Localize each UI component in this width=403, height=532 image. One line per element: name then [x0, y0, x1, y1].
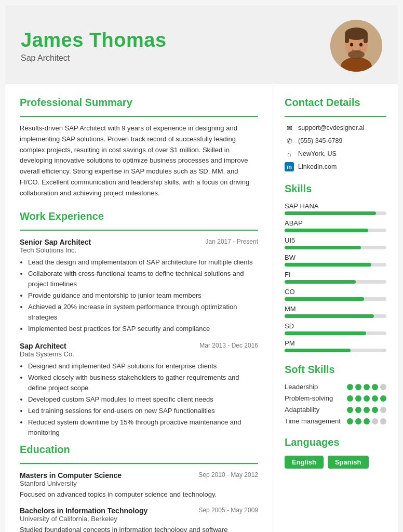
avatar [330, 20, 382, 72]
contact-item: in LinkedIn.com [285, 162, 386, 171]
skill-dot [364, 407, 370, 413]
skill-bar-bg [285, 229, 386, 232]
skill-item: BW [285, 254, 386, 267]
work-experience-heading: Work Experience [20, 210, 258, 224]
edu-date: Sep 2010 - May 2012 [198, 471, 258, 478]
job-bullets: Lead the design and implementation of SA… [28, 257, 258, 335]
edu-date: Sep 2005 - May 2009 [198, 507, 258, 514]
edu-header: Masters in Computer Science Sep 2010 - M… [20, 471, 258, 480]
job-bullet: Worked closely with business stakeholder… [28, 373, 258, 393]
job-bullet: Lead the design and implementation of SA… [28, 257, 258, 268]
skill-item: CO [285, 288, 386, 301]
job-company: Tech Solutions Inc. [20, 246, 258, 254]
education-section: Education Masters in Computer Science Se… [20, 444, 258, 532]
job-bullet: Achieved a 20% increase in system perfor… [28, 302, 258, 323]
skill-dot [364, 418, 370, 424]
skill-dot [380, 418, 386, 424]
skill-name: BW [285, 254, 386, 261]
soft-skill-item: Adaptability [285, 406, 386, 414]
skill-dot [372, 418, 378, 424]
skill-dot [347, 395, 353, 402]
edu-degree: Masters in Computer Science [20, 471, 122, 480]
skill-bar-bg [285, 280, 386, 284]
job-date: Jan 2017 - Present [206, 238, 258, 245]
skill-item: PM [285, 339, 386, 352]
edu-description: Focused on advanced topics in computer s… [20, 489, 258, 500]
soft-skill-item: Leadership [285, 383, 386, 391]
soft-skill-name: Leadership [285, 383, 318, 391]
job-item: Senior Sap Architect Jan 2017 - Present … [20, 238, 258, 335]
body: Professional Summary Results-driven SAP … [5, 84, 398, 532]
edu-header: Bachelors in Information Technology Sep … [20, 507, 258, 515]
skill-dot [355, 418, 361, 424]
skill-name: PM [285, 339, 386, 347]
skills-list: SAP HANA ABAP UI5 BW FI CO [285, 202, 386, 352]
skill-dot [355, 407, 361, 413]
skill-dot [380, 407, 386, 413]
skill-dot [364, 384, 370, 390]
skill-bar-bg [285, 211, 386, 215]
job-header: Sap Architect Mar 2013 - Dec 2016 [20, 342, 258, 350]
skill-name: UI5 [285, 236, 386, 244]
skill-bar-bg [285, 314, 386, 318]
skill-dot [347, 407, 353, 413]
jobs-list: Senior Sap Architect Jan 2017 - Present … [20, 238, 258, 438]
resume-container: James Thomas Sap Architect [5, 5, 398, 532]
skill-dots [347, 418, 386, 424]
skill-dots [347, 395, 386, 402]
contact-text: support@cvdesigner.ai [298, 124, 364, 131]
job-bullet: Implemented best practices for SAP secur… [28, 324, 258, 334]
right-column: Contact Details ✉ support@cvdesigner.ai … [273, 84, 398, 532]
contact-icon: in [285, 162, 294, 171]
job-bullet: Developed custom SAP modules to meet spe… [28, 394, 258, 405]
svg-point-8 [359, 43, 362, 47]
skill-bar-fill [285, 314, 374, 318]
job-title: Sap Architect [20, 342, 66, 350]
skills-heading: Skills [285, 183, 386, 197]
skill-dot [372, 395, 378, 402]
languages-heading: Languages [285, 436, 386, 450]
soft-skills-heading: Soft Skills [285, 364, 386, 378]
skill-name: FI [285, 271, 386, 278]
skills-section: Skills SAP HANA ABAP UI5 BW FI [285, 183, 386, 352]
edu-item: Masters in Computer Science Sep 2010 - M… [20, 471, 258, 500]
edu-school: Stanford University [20, 480, 258, 487]
contact-item: ⌂ NewYork, US [285, 149, 386, 158]
language-tags: EnglishSpanish [285, 456, 386, 469]
soft-skill-item: Problem-solving [285, 394, 386, 402]
skill-bar-fill [285, 331, 366, 335]
contact-item: ✆ (555) 345-6789 [285, 136, 386, 145]
contact-section: Contact Details ✉ support@cvdesigner.ai … [285, 97, 386, 171]
skill-bar-fill [285, 263, 371, 267]
job-bullet: Reduced system downtime by 15% through p… [28, 417, 258, 438]
skill-dot [372, 384, 378, 390]
skill-bar-bg [285, 331, 386, 335]
soft-skills-section: Soft Skills Leadership Problem-solving A… [285, 364, 386, 425]
svg-point-7 [350, 43, 353, 47]
skill-bar-fill [285, 211, 376, 215]
edu-description: Studied foundational concepts in informa… [20, 525, 258, 532]
header: James Thomas Sap Architect [5, 5, 398, 84]
job-header: Senior Sap Architect Jan 2017 - Present [20, 238, 258, 246]
contact-icon: ✉ [285, 123, 294, 132]
skill-item: MM [285, 305, 386, 318]
job-bullet: Led training sessions for end-users on n… [28, 406, 258, 416]
language-tag: Spanish [328, 456, 369, 469]
job-date: Mar 2013 - Dec 2016 [199, 342, 258, 349]
contact-text: (555) 345-6789 [298, 137, 342, 144]
job-bullet: Collaborate with cross-functional teams … [28, 269, 258, 289]
edu-divider [20, 463, 258, 464]
job-bullet: Provide guidance and mentorship to junio… [28, 290, 258, 301]
candidate-name: James Thomas [21, 29, 320, 51]
edu-school: University of California, Berkeley [20, 515, 258, 523]
languages-section: Languages EnglishSpanish [285, 436, 386, 469]
skill-item: ABAP [285, 219, 386, 232]
skill-item: UI5 [285, 236, 386, 249]
work-divider [20, 230, 258, 231]
summary-divider [20, 116, 258, 117]
skill-bar-fill [285, 229, 368, 232]
skill-dots [347, 407, 386, 413]
skill-dot [380, 395, 386, 402]
skill-name: SAP HANA [285, 202, 386, 210]
left-column: Professional Summary Results-driven SAP … [5, 84, 273, 532]
